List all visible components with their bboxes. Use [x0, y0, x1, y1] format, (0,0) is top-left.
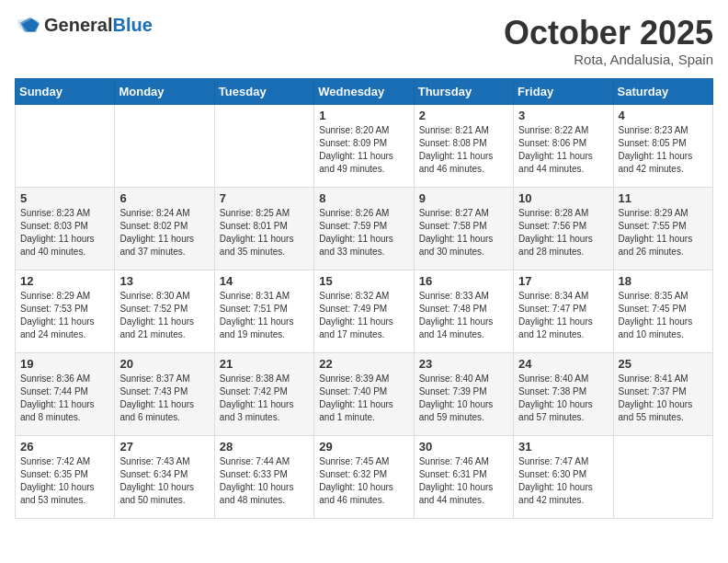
- calendar-cell: 24Sunrise: 8:40 AMSunset: 7:38 PMDayligh…: [514, 352, 613, 435]
- calendar-cell: 23Sunrise: 8:40 AMSunset: 7:39 PMDayligh…: [414, 352, 513, 435]
- day-number: 20: [119, 357, 209, 371]
- calendar-cell: 31Sunrise: 7:47 AMSunset: 6:30 PMDayligh…: [514, 435, 613, 518]
- calendar-cell: 27Sunrise: 7:43 AMSunset: 6:34 PMDayligh…: [115, 435, 214, 518]
- logo-icon: [15, 17, 40, 35]
- calendar-cell: 17Sunrise: 8:34 AMSunset: 7:47 PMDayligh…: [514, 270, 613, 352]
- day-info: Sunrise: 8:36 AMSunset: 7:44 PMDaylight:…: [20, 373, 109, 424]
- day-info: Sunrise: 7:44 AMSunset: 6:33 PMDaylight:…: [220, 455, 309, 507]
- logo-blue: Blue: [112, 15, 152, 35]
- day-info: Sunrise: 8:38 AMSunset: 7:42 PMDaylight:…: [220, 373, 309, 424]
- calendar-cell: 19Sunrise: 8:36 AMSunset: 7:44 PMDayligh…: [16, 352, 115, 435]
- day-number: 30: [419, 440, 508, 454]
- calendar-cell: 12Sunrise: 8:29 AMSunset: 7:53 PMDayligh…: [16, 270, 115, 352]
- calendar-cell: 22Sunrise: 8:39 AMSunset: 7:40 PMDayligh…: [314, 352, 414, 435]
- day-info: Sunrise: 8:22 AMSunset: 8:06 PMDaylight:…: [518, 124, 608, 176]
- calendar-cell: 18Sunrise: 8:35 AMSunset: 7:45 PMDayligh…: [613, 270, 712, 352]
- day-info: Sunrise: 8:27 AMSunset: 7:58 PMDaylight:…: [419, 207, 508, 259]
- day-number: 11: [619, 191, 708, 205]
- day-number: 2: [419, 109, 508, 122]
- day-number: 26: [20, 440, 109, 454]
- calendar-cell: 8Sunrise: 8:26 AMSunset: 7:59 PMDaylight…: [314, 187, 414, 270]
- weekday-header-friday: Friday: [514, 78, 613, 104]
- day-info: Sunrise: 8:23 AMSunset: 8:03 PMDaylight:…: [20, 207, 109, 259]
- calendar-table: SundayMondayTuesdayWednesdayThursdayFrid…: [15, 78, 713, 519]
- calendar-week-4: 19Sunrise: 8:36 AMSunset: 7:44 PMDayligh…: [16, 352, 713, 435]
- day-info: Sunrise: 8:35 AMSunset: 7:45 PMDaylight:…: [619, 290, 708, 341]
- day-info: Sunrise: 8:28 AMSunset: 7:56 PMDaylight:…: [518, 207, 608, 259]
- day-number: 14: [220, 274, 309, 288]
- calendar-cell: 16Sunrise: 8:33 AMSunset: 7:48 PMDayligh…: [414, 270, 513, 352]
- month-title: October 2025: [504, 15, 713, 52]
- day-info: Sunrise: 8:29 AMSunset: 7:55 PMDaylight:…: [619, 207, 708, 259]
- day-number: 28: [220, 440, 309, 454]
- day-number: 5: [20, 191, 109, 205]
- day-info: Sunrise: 8:31 AMSunset: 7:51 PMDaylight:…: [220, 290, 309, 341]
- logo-general: General: [44, 15, 112, 35]
- logo-text: GeneralBlue: [44, 15, 153, 36]
- calendar-cell: 7Sunrise: 8:25 AMSunset: 8:01 PMDaylight…: [214, 187, 313, 270]
- day-number: 9: [419, 191, 508, 205]
- day-number: 15: [319, 274, 408, 288]
- day-number: 13: [119, 274, 209, 288]
- day-info: Sunrise: 7:42 AMSunset: 6:35 PMDaylight:…: [20, 455, 109, 507]
- calendar-cell: [613, 435, 712, 518]
- day-number: 19: [20, 357, 109, 371]
- day-number: 10: [518, 191, 608, 205]
- weekday-header-saturday: Saturday: [613, 78, 712, 104]
- calendar-cell: 3Sunrise: 8:22 AMSunset: 8:06 PMDaylight…: [514, 104, 613, 187]
- day-number: 4: [619, 109, 708, 122]
- calendar-cell: 14Sunrise: 8:31 AMSunset: 7:51 PMDayligh…: [214, 270, 313, 352]
- day-number: 24: [518, 357, 608, 371]
- weekday-header-thursday: Thursday: [414, 78, 513, 104]
- day-info: Sunrise: 8:29 AMSunset: 7:53 PMDaylight:…: [20, 290, 109, 341]
- day-info: Sunrise: 8:25 AMSunset: 8:01 PMDaylight:…: [220, 207, 309, 259]
- calendar-cell: 25Sunrise: 8:41 AMSunset: 7:37 PMDayligh…: [613, 352, 712, 435]
- day-number: 1: [319, 109, 408, 122]
- day-number: 22: [319, 357, 408, 371]
- day-number: 8: [319, 191, 408, 205]
- day-number: 16: [419, 274, 508, 288]
- calendar-cell: 20Sunrise: 8:37 AMSunset: 7:43 PMDayligh…: [115, 352, 214, 435]
- weekday-header-sunday: Sunday: [16, 78, 115, 104]
- calendar-cell: 28Sunrise: 7:44 AMSunset: 6:33 PMDayligh…: [214, 435, 313, 518]
- day-number: 21: [220, 357, 309, 371]
- calendar-cell: 21Sunrise: 8:38 AMSunset: 7:42 PMDayligh…: [214, 352, 313, 435]
- day-number: 12: [20, 274, 109, 288]
- calendar-cell: 2Sunrise: 8:21 AMSunset: 8:08 PMDaylight…: [414, 104, 513, 187]
- calendar-cell: 10Sunrise: 8:28 AMSunset: 7:56 PMDayligh…: [514, 187, 613, 270]
- day-number: 29: [319, 440, 408, 454]
- weekday-header-wednesday: Wednesday: [314, 78, 414, 104]
- day-number: 25: [619, 357, 708, 371]
- calendar-week-3: 12Sunrise: 8:29 AMSunset: 7:53 PMDayligh…: [16, 270, 713, 352]
- calendar-week-5: 26Sunrise: 7:42 AMSunset: 6:35 PMDayligh…: [16, 435, 713, 518]
- day-info: Sunrise: 8:30 AMSunset: 7:52 PMDaylight:…: [119, 290, 209, 341]
- day-info: Sunrise: 8:32 AMSunset: 7:49 PMDaylight:…: [319, 290, 408, 341]
- calendar-cell: 15Sunrise: 8:32 AMSunset: 7:49 PMDayligh…: [314, 270, 414, 352]
- weekday-header-tuesday: Tuesday: [214, 78, 313, 104]
- day-info: Sunrise: 8:26 AMSunset: 7:59 PMDaylight:…: [319, 207, 408, 259]
- day-number: 6: [119, 191, 209, 205]
- location-title: Rota, Andalusia, Spain: [504, 52, 713, 67]
- calendar-cell: 11Sunrise: 8:29 AMSunset: 7:55 PMDayligh…: [613, 187, 712, 270]
- calendar-cell: [16, 104, 115, 187]
- calendar-cell: 5Sunrise: 8:23 AMSunset: 8:03 PMDaylight…: [16, 187, 115, 270]
- day-info: Sunrise: 7:47 AMSunset: 6:30 PMDaylight:…: [518, 455, 608, 507]
- logo: GeneralBlue: [15, 15, 153, 36]
- day-info: Sunrise: 8:39 AMSunset: 7:40 PMDaylight:…: [319, 373, 408, 424]
- day-number: 17: [518, 274, 608, 288]
- day-info: Sunrise: 7:46 AMSunset: 6:31 PMDaylight:…: [419, 455, 508, 507]
- day-info: Sunrise: 7:45 AMSunset: 6:32 PMDaylight:…: [319, 455, 408, 507]
- day-info: Sunrise: 8:24 AMSunset: 8:02 PMDaylight:…: [119, 207, 209, 259]
- title-block: October 2025 Rota, Andalusia, Spain: [504, 15, 713, 67]
- day-number: 31: [518, 440, 608, 454]
- calendar-cell: 9Sunrise: 8:27 AMSunset: 7:58 PMDaylight…: [414, 187, 513, 270]
- day-number: 3: [518, 109, 608, 122]
- calendar-cell: 6Sunrise: 8:24 AMSunset: 8:02 PMDaylight…: [115, 187, 214, 270]
- calendar-week-1: 1Sunrise: 8:20 AMSunset: 8:09 PMDaylight…: [16, 104, 713, 187]
- day-number: 7: [220, 191, 309, 205]
- weekday-header-row: SundayMondayTuesdayWednesdayThursdayFrid…: [16, 78, 713, 104]
- calendar-cell: 26Sunrise: 7:42 AMSunset: 6:35 PMDayligh…: [16, 435, 115, 518]
- day-info: Sunrise: 8:37 AMSunset: 7:43 PMDaylight:…: [119, 373, 209, 424]
- calendar-cell: 4Sunrise: 8:23 AMSunset: 8:05 PMDaylight…: [613, 104, 712, 187]
- calendar-cell: 1Sunrise: 8:20 AMSunset: 8:09 PMDaylight…: [314, 104, 414, 187]
